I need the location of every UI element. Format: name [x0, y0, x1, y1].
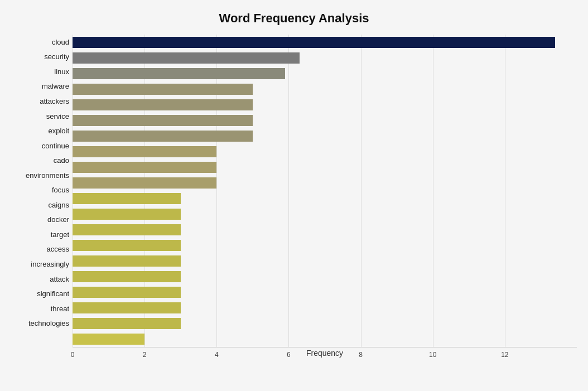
chart-area: cloudsecuritylinuxmalwareattackersservic… — [11, 35, 577, 347]
bar — [73, 146, 216, 157]
bar-row — [73, 331, 577, 347]
bar-row — [73, 206, 577, 222]
y-label: target — [11, 227, 69, 242]
bar-row — [73, 144, 577, 160]
bar — [73, 162, 216, 173]
bar-row — [73, 269, 577, 284]
chart-container: Word Frequency Analysis cloudsecuritylin… — [0, 0, 588, 391]
bar — [73, 271, 181, 282]
plot-area: 024681012 Frequency — [73, 35, 577, 347]
y-label: significant — [11, 286, 69, 301]
bar-row — [73, 66, 577, 81]
bar-row — [73, 253, 577, 269]
x-tick: 2 — [143, 351, 147, 359]
bar — [73, 115, 253, 126]
bar — [73, 224, 181, 235]
bar — [73, 193, 181, 204]
bar-row — [73, 128, 577, 144]
y-label: cloud — [11, 35, 69, 50]
bar-row — [73, 175, 577, 191]
bar — [73, 68, 285, 79]
y-label: malware — [11, 79, 69, 94]
y-label: service — [11, 109, 69, 124]
bar-row — [73, 97, 577, 113]
x-tick: 0 — [71, 351, 75, 359]
bar-row — [73, 50, 577, 66]
bar — [73, 52, 300, 64]
y-label: exploit — [11, 123, 69, 138]
bar — [73, 302, 181, 313]
y-label: focus — [11, 182, 69, 197]
x-tick: 12 — [501, 351, 508, 359]
bar — [73, 240, 181, 251]
y-label: cado — [11, 153, 69, 168]
y-label: technologies — [11, 316, 69, 331]
chart-title: Word Frequency Analysis — [11, 11, 577, 26]
bar — [73, 84, 253, 95]
bar — [73, 334, 144, 345]
x-tick: 6 — [287, 351, 291, 359]
y-label: docker — [11, 213, 69, 228]
bar — [73, 255, 181, 267]
bar-row — [73, 81, 577, 97]
y-label: attackers — [11, 94, 69, 109]
bar — [73, 177, 216, 189]
bar — [73, 318, 181, 329]
x-tick: 10 — [429, 351, 436, 359]
bar — [73, 99, 253, 110]
y-label: access — [11, 242, 69, 257]
bar-row — [73, 222, 577, 238]
y-label: increasingly — [11, 257, 69, 272]
bar-row — [73, 113, 577, 128]
y-label: linux — [11, 64, 69, 79]
y-label: caigns — [11, 197, 69, 213]
x-tick: 8 — [359, 351, 363, 359]
bar-row — [73, 35, 577, 50]
x-tick: 4 — [215, 351, 219, 359]
y-label: security — [11, 50, 69, 65]
y-labels: cloudsecuritylinuxmalwareattackersservic… — [11, 35, 73, 347]
bar-row — [73, 300, 577, 316]
bar-row — [73, 191, 577, 206]
bar — [73, 287, 181, 298]
bar — [73, 209, 181, 220]
bar-row — [73, 284, 577, 300]
y-label: environments — [11, 168, 69, 183]
y-label: threat — [11, 301, 69, 316]
bar-row — [73, 160, 577, 175]
bar-row — [73, 238, 577, 253]
x-axis: 024681012 — [73, 347, 577, 347]
bar — [73, 37, 555, 48]
y-label: attack — [11, 272, 69, 287]
bars-section — [73, 35, 577, 347]
bar-row — [73, 316, 577, 331]
bar — [73, 131, 253, 142]
y-label: continue — [11, 138, 69, 153]
